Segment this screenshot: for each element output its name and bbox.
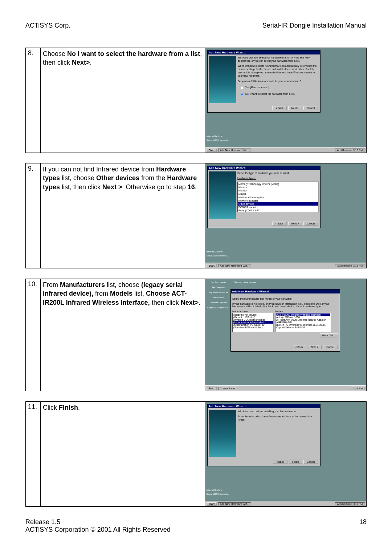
step-8-bold1: No I want to select the hardware from a … — [67, 50, 200, 57]
list-item-selected[interactable]: ACT-IR200L Infrared Wireless Interface — [276, 313, 330, 316]
cancel-button[interactable]: Cancel — [323, 345, 338, 349]
manufacturers-listbox[interactable]: (detected net drivers) (Generic USB Hub)… — [232, 313, 274, 332]
list-item[interactable]: (Infrared COM port or dongl — [233, 319, 273, 321]
recycle-bin-icon[interactable]: Recycle Bin — [207, 296, 230, 299]
list-item[interactable]: Network adapters — [238, 199, 318, 202]
list-item[interactable]: PCMCIA socket — [238, 206, 318, 209]
taskbar-task[interactable]: Add New Hardware Wiz... — [218, 149, 251, 152]
wizard-10-p1: Select the manufacturer and model of you… — [232, 297, 338, 300]
msn-icon[interactable]: Setup MSN Internet A... — [207, 139, 229, 141]
wizard-banner — [209, 56, 236, 103]
step-10-table: 10. From Manufacturers list, choose (leg… — [25, 279, 367, 391]
desktop-shortcut-label: Shortcut to the Internet — [234, 281, 256, 283]
wizard-banner — [209, 171, 236, 219]
msn-icon[interactable]: Setup MSN Internet A... — [207, 255, 229, 257]
list-item[interactable]: (detected net drivers) — [233, 313, 273, 316]
wizard-11-p1: Windows can continue installing your har… — [238, 410, 319, 413]
taskbar-task[interactable]: Add New Hardware Wiz... — [218, 264, 251, 267]
taskbar-tray: Add/Remove 3:13 PM — [335, 149, 365, 152]
models-listbox[interactable]: ACT-IR200L Infrared Wireless Interface A… — [275, 313, 331, 332]
step-10-number: 10. — [26, 279, 41, 391]
page-header: ACTiSYS Corp. Serial-IR Dongle Installat… — [25, 22, 367, 29]
have-disk-button[interactable]: Have Disk… — [320, 333, 338, 337]
step-10-screenshot: My Documents My Computer My Network Plac… — [205, 279, 367, 391]
my-computer-icon[interactable]: My Computer — [207, 286, 230, 288]
start-button[interactable]: Start — [207, 502, 217, 506]
list-item[interactable]: (Generic USB Hub) — [233, 316, 273, 319]
list-item[interactable]: Built-in PC Infrared PC Interface (ESI-9… — [276, 324, 330, 326]
step-10-instruction: From Manufacturers list, choose (legacy … — [41, 279, 205, 391]
list-item[interactable]: Crystal/National PnP IrDA — [276, 326, 330, 329]
wizard-11: Add New Hardware Wizard Windows can cont… — [207, 404, 320, 466]
finish-button[interactable]: Finish — [289, 460, 302, 464]
list-item-selected[interactable]: Other devices — [238, 202, 318, 206]
back-button[interactable]: < Back — [273, 460, 287, 464]
next-button[interactable]: Next > — [288, 106, 302, 110]
next-button[interactable]: Next > — [288, 222, 302, 226]
wizard-title: Add New Hardware Wizard — [231, 289, 340, 293]
cancel-button[interactable]: Cancel — [303, 222, 318, 226]
list-item[interactable]: Modem — [238, 186, 318, 189]
list-item[interactable]: (Standard USB controller) — [233, 326, 273, 329]
taskbar-tray: Add/Remove 3:13 PM — [335, 264, 365, 267]
list-item[interactable]: AIRport APA-9320 External Infrared Adapt… — [276, 319, 330, 321]
back-button[interactable]: < Back — [292, 345, 306, 349]
wizard-9-p1: Select the type of hardware you want to … — [237, 171, 319, 175]
list-item[interactable]: (Multi-function PC Card Par — [233, 324, 273, 326]
list-item[interactable]: Memory Technology Drivers (MTDs) — [238, 182, 318, 186]
wizard-8-p2: When Windows detects new hardware, it au… — [238, 64, 319, 77]
desktop-side-icons: My Documents My Computer My Network Plac… — [207, 281, 230, 312]
msn-icon[interactable]: Setup MSN Internet A... — [207, 493, 229, 495]
start-button[interactable]: Start — [207, 149, 217, 152]
cancel-button[interactable]: Cancel — [303, 106, 318, 110]
list-item[interactable]: Actisys MPjoint 1000 — [276, 316, 330, 319]
cancel-button[interactable]: Cancel — [303, 460, 318, 464]
step-9-screenshot: Add New Hardware Wizard Select the type … — [205, 163, 367, 268]
start-button[interactable]: Start — [207, 387, 217, 390]
radio-no[interactable] — [241, 93, 244, 96]
list-item[interactable]: Ports (COM & LPT) — [238, 209, 318, 212]
step-8-instruction: Choose No I want to select the hardware … — [41, 48, 205, 153]
taskbar-time: 3:21 PM — [351, 387, 365, 390]
ie-icon[interactable]: Internet Explorer — [207, 251, 229, 253]
hardware-types-label: Hardware types: — [237, 177, 256, 179]
hardware-types-listbox[interactable]: Memory Technology Drivers (MTDs) Modem M… — [237, 182, 319, 212]
back-button[interactable]: < Back — [272, 106, 287, 110]
desktop-icons: Internet Explorer Setup MSN Internet A..… — [207, 135, 229, 143]
back-button[interactable]: < Back — [272, 222, 287, 226]
step-8-table: 8. Choose No I want to select the hardwa… — [25, 48, 367, 153]
next-button[interactable]: Next > — [308, 345, 322, 349]
step-8-screenshot: Add New Hardware Wizard Windows can now … — [205, 48, 367, 153]
radio-yes[interactable] — [241, 86, 244, 89]
step-11-screenshot: Add New Hardware Wizard Windows can cont… — [205, 402, 367, 507]
step-9-number: 9. — [26, 163, 41, 268]
wizard-8-p3: Do you want Windows to search for your n… — [238, 80, 319, 83]
list-item[interactable]: Mouse — [238, 192, 318, 195]
list-item[interactable]: Multi-function adapters — [238, 196, 318, 199]
step-8-bold2: Next> — [72, 59, 90, 66]
wizard-title: Add New Hardware Wizard — [208, 404, 320, 408]
desktop-icons: Internet Explorer Setup MSN Internet A..… — [207, 489, 229, 497]
ie-icon[interactable]: Internet Explorer — [207, 135, 229, 137]
taskbar-task[interactable]: Add New Hardware Wiz... — [218, 502, 251, 506]
wizard-title: Add New Hardware Wizard — [208, 166, 320, 170]
radio-yes-label: Yes (Recommended) — [245, 86, 269, 89]
list-item[interactable]: AMP PHASIR — [276, 321, 330, 324]
msn-icon[interactable]: Setup MSN Internet A... — [207, 307, 230, 309]
network-places-icon[interactable]: My Network Places — [207, 291, 230, 293]
manufacturers-label: Manufacturers: — [232, 310, 274, 313]
list-item[interactable]: Monitor — [238, 189, 318, 192]
my-documents-icon[interactable]: My Documents — [207, 281, 230, 283]
start-button[interactable]: Start — [207, 264, 217, 267]
step-11-table: 11. Click Finish. Add New Hardware Wizar… — [25, 401, 367, 507]
wizard-10-p2: If your hardware is not listed, or if yo… — [232, 303, 338, 308]
models-label: Models: — [275, 310, 331, 313]
step-11-number: 11. — [26, 402, 41, 507]
wizard-10: Add New Hardware Wizard Select the manuf… — [230, 289, 340, 352]
ie-icon[interactable]: Internet Explorer — [207, 301, 230, 304]
wizard-8-p1: Windows can now search for hardware that… — [238, 56, 319, 62]
list-item-selected[interactable]: (Legacy serial infrared devi — [233, 321, 273, 324]
ie-icon[interactable]: Internet Explorer — [207, 489, 229, 491]
wizard-11-p2: To continue installing the software need… — [238, 415, 319, 421]
taskbar-task-cp[interactable]: Control Panel — [218, 387, 237, 390]
